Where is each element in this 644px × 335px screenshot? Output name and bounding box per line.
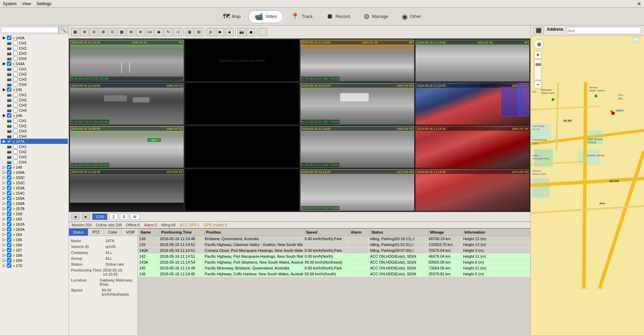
tree-item-165[interactable]: ▷■165 [1,237,68,242]
tree-item-ch3-144a[interactable]: 📷CH3 [6,77,68,82]
btab-status[interactable]: Status [69,229,88,236]
btab-ptz[interactable]: PTZ [88,229,104,236]
video-cell-11[interactable]: 2019-05-16 11:14:00 146A AV 03 N 30.057 … [300,126,415,168]
tree-item-152c[interactable]: ▷■152C [1,180,68,185]
tb-sound[interactable]: 🔊 [207,28,215,36]
tree-item-167[interactable]: ▷■167 [1,247,68,253]
nav-video[interactable]: 📹 Video [248,10,283,23]
nav-other[interactable]: ◉ Other [396,10,427,23]
tree-item-154c[interactable]: ▷■154C [1,190,68,196]
video-cell-6[interactable] [185,82,299,125]
nav-map[interactable]: 🗺 Map [217,10,247,22]
tree-item-ch1-145[interactable]: 📷CH1 [6,92,68,97]
tree-item-168[interactable]: ▷■168 [1,253,68,258]
map-zoom-out[interactable]: − [534,81,542,88]
tb-btn10[interactable]: ◉ [155,28,163,36]
video-cell-13[interactable]: 2019-05-16 11:14:48 147A AV 01 N 30.058 … [70,169,184,211]
btab-color[interactable]: Color [104,229,122,236]
video-cell-3[interactable]: 2019-05-16 11:14:01 143A AV 03 4P N 27.0… [300,39,415,82]
tree-item-ch2-145[interactable]: 📷CH2 [6,97,68,102]
tree-item-ch2-143a[interactable]: 📷CH2 [6,46,68,51]
video-cell-15[interactable]: 2019-05-16 11:14:45 147A AV 03 N 30.057 … [300,169,415,211]
tree-item-160[interactable]: ▷■160 [1,216,68,221]
page-tab-2[interactable]: 2 [109,214,117,220]
table-row[interactable]: 143A 2018-05-16 11:14:54 Pacific Highway… [138,259,530,265]
video-cell-4[interactable]: 2019-05-16 11:12:00 143A AV 04 4P [415,39,530,82]
tree-item-ch3-145[interactable]: 📷CH3 [6,102,68,108]
table-row[interactable]: 139 2018-05-16 11:14:51 Pacific Highway,… [138,242,530,248]
btab-voip[interactable]: VOIP [122,229,139,236]
video-cell-14[interactable] [185,169,299,211]
tb-btn11[interactable]: ↻ [164,28,172,36]
tree-item-ch2-144a[interactable]: 📷CH2 [6,71,68,77]
tree-item-ch4-147a[interactable]: 📷CH4 [6,159,68,165]
tree-item-ch1-147a[interactable]: 📷CH1 [6,144,68,149]
tb-grid3[interactable]: ⊟ [90,28,98,36]
tree-item-ch4-143a[interactable]: 📷CH4 [6,56,68,61]
tree-item-163a[interactable]: ▷■163A [1,227,68,232]
tree-item-162a[interactable]: ▷■162A [1,221,68,227]
table-row[interactable]: 145 2018-05-16 11:14:48 Pacific Motorway… [138,265,530,271]
tree-item-148[interactable]: ▷■148 [1,165,68,170]
page-prev[interactable]: ◄ [71,214,80,220]
tree-item-ch2-146[interactable]: 📷CH2 [6,123,68,128]
tree-item-144a[interactable]: ▶■144A [1,61,68,66]
video-cell-8[interactable]: 2019-05-16 11:15:00 145A AV 04 [415,82,530,125]
tree-item-164[interactable]: ▷■164 [1,232,68,237]
tb-stop[interactable]: ■ [225,28,234,36]
tree-item-166[interactable]: ▷■166 [1,242,68,247]
tree-item-ch4-144a[interactable]: 📷CH4 [6,82,68,87]
map-nav[interactable]: ⊕ [534,39,544,49]
tb-record[interactable]: ⏺ [247,28,255,36]
nav-manage[interactable]: ⚙ Manage [357,10,394,23]
video-cell-2[interactable]: 2019-05-16 11:14:00 143A AV 02 [185,39,299,82]
map-zoom-in[interactable]: + [534,51,542,59]
tree-item-158[interactable]: ▷■158 [1,211,68,216]
tree-item-ch3-146[interactable]: 📷CH3 [6,128,68,134]
tree-item-149a[interactable]: ▷■149A [1,170,68,175]
tree-item-ch1-143a[interactable]: 📷CH1 [6,40,68,46]
page-tab-4[interactable]: 4/ [130,214,140,220]
tb-grid5[interactable]: ⊡ [108,28,116,36]
table-row[interactable]: 146 2018-05-16 11:14:45 Pacific Highway,… [138,271,530,277]
menu-view[interactable]: View [22,1,31,6]
page-next[interactable]: ► [82,214,90,220]
tb-btn12[interactable]: ◁ [173,28,182,36]
window-close[interactable]: ✕ [637,1,641,7]
menu-system[interactable]: System [3,1,17,6]
tb-grid1[interactable]: ▦ [71,28,79,36]
tree-item-156a[interactable]: ▷■156A [1,201,68,206]
nav-track[interactable]: 📍 Track [285,10,319,23]
video-cell-12[interactable]: 2019-05-16 11:14:34 146A AV 04 [415,126,530,168]
tb-grid7[interactable]: ⊞ [127,28,135,36]
tb-grid4[interactable]: ⊠ [99,28,107,36]
tb-fullscreen[interactable]: ⬜ [259,28,267,36]
video-cell-16[interactable]: 2019-05-16 11:14:45 147A AV 04 [415,169,530,211]
video-cell-1[interactable]: 2019-05-16 11:14:16 143A AV 01 4P N 30.0… [70,39,184,82]
tree-item-169[interactable]: ▷■169 [1,258,68,263]
search-button[interactable]: 🔍 [59,26,68,33]
tree-item-170[interactable]: ▷■170 [1,263,68,268]
map-maximize[interactable]: ⬛ [533,27,544,34]
tb-layout1[interactable]: ▦ [185,28,194,36]
tree-item-ch2-147a[interactable]: 📷CH2 [6,149,68,154]
table-row[interactable]: 142 2018-05-16 11:14:51 Pacific Highway,… [138,254,530,259]
tree-item-ch4-145[interactable]: 📷CH4 [6,108,68,113]
search-input[interactable] [1,27,59,33]
tree-item-147a[interactable]: ▶■147A [1,139,68,144]
tree-item-153a[interactable]: ▷■153A [1,185,68,190]
tree-item-145[interactable]: ▶■145 [1,87,68,92]
video-cell-9[interactable]: 2019-05-16 14:45:00 146A AV 01 N 30.050 … [70,126,184,168]
table-row[interactable]: 138 2018-05-16 11:14:48 Brisbane, Queens… [138,236,530,242]
tree-item-ch1-144a[interactable]: 📷CH1 [6,66,68,71]
tb-grid2[interactable]: ⊞ [80,28,89,36]
map-search-input[interactable] [566,27,641,34]
tb-grid6[interactable]: ▩ [117,28,126,36]
page-tab-3[interactable]: 3 [120,214,128,220]
map-expand[interactable]: ⛶ [633,37,640,42]
tree-item-ch3-147a[interactable]: 📷CH3 [6,154,68,159]
tree-item-143a[interactable]: ▶■143A [1,35,68,40]
tree-item-146[interactable]: ▶■146 [1,113,68,118]
tree-item-ch3-143a[interactable]: 📷CH3 [6,51,68,56]
tb-play[interactable]: ▶ [216,28,224,36]
